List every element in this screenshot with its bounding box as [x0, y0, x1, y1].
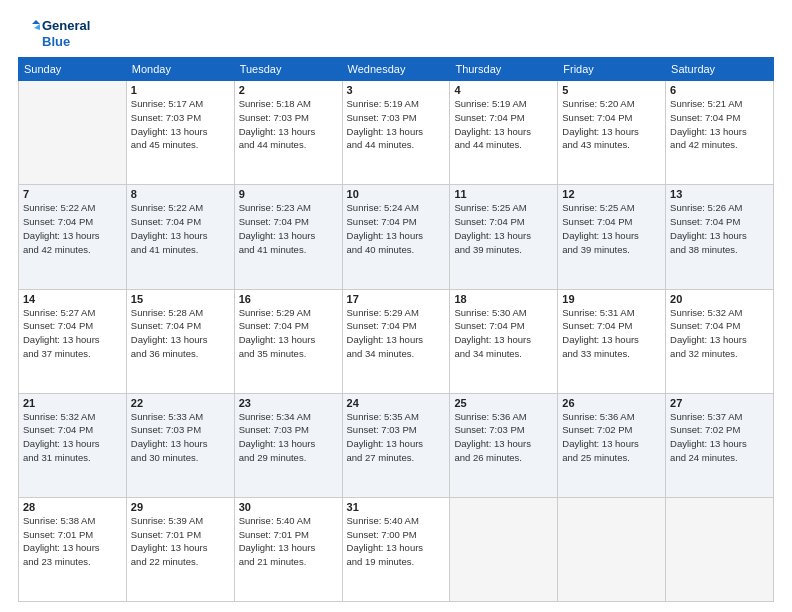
col-header-friday: Friday: [558, 58, 666, 81]
logo-bird-icon: [18, 20, 40, 48]
col-header-wednesday: Wednesday: [342, 58, 450, 81]
calendar-day: 7Sunrise: 5:22 AM Sunset: 7:04 PM Daylig…: [19, 185, 127, 289]
day-number: 26: [562, 397, 661, 409]
calendar-day: 3Sunrise: 5:19 AM Sunset: 7:03 PM Daylig…: [342, 81, 450, 185]
day-number: 10: [347, 188, 446, 200]
day-info: Sunrise: 5:26 AM Sunset: 7:04 PM Dayligh…: [670, 201, 769, 256]
svg-marker-0: [32, 20, 40, 24]
day-info: Sunrise: 5:19 AM Sunset: 7:04 PM Dayligh…: [454, 97, 553, 152]
calendar-day: 26Sunrise: 5:36 AM Sunset: 7:02 PM Dayli…: [558, 393, 666, 497]
calendar-day: 9Sunrise: 5:23 AM Sunset: 7:04 PM Daylig…: [234, 185, 342, 289]
calendar-day: 21Sunrise: 5:32 AM Sunset: 7:04 PM Dayli…: [19, 393, 127, 497]
day-number: 3: [347, 84, 446, 96]
day-number: 16: [239, 293, 338, 305]
day-number: 23: [239, 397, 338, 409]
logo: General Blue: [18, 18, 90, 49]
day-number: 13: [670, 188, 769, 200]
calendar-week-0: 1Sunrise: 5:17 AM Sunset: 7:03 PM Daylig…: [19, 81, 774, 185]
calendar-day: 11Sunrise: 5:25 AM Sunset: 7:04 PM Dayli…: [450, 185, 558, 289]
calendar-day: 17Sunrise: 5:29 AM Sunset: 7:04 PM Dayli…: [342, 289, 450, 393]
col-header-tuesday: Tuesday: [234, 58, 342, 81]
day-number: 29: [131, 501, 230, 513]
day-number: 14: [23, 293, 122, 305]
day-number: 22: [131, 397, 230, 409]
calendar-day: 13Sunrise: 5:26 AM Sunset: 7:04 PM Dayli…: [666, 185, 774, 289]
day-info: Sunrise: 5:30 AM Sunset: 7:04 PM Dayligh…: [454, 306, 553, 361]
day-number: 6: [670, 84, 769, 96]
day-info: Sunrise: 5:27 AM Sunset: 7:04 PM Dayligh…: [23, 306, 122, 361]
day-number: 12: [562, 188, 661, 200]
day-info: Sunrise: 5:24 AM Sunset: 7:04 PM Dayligh…: [347, 201, 446, 256]
calendar-day: 1Sunrise: 5:17 AM Sunset: 7:03 PM Daylig…: [126, 81, 234, 185]
calendar-day: 15Sunrise: 5:28 AM Sunset: 7:04 PM Dayli…: [126, 289, 234, 393]
day-number: 28: [23, 501, 122, 513]
day-number: 19: [562, 293, 661, 305]
day-number: 21: [23, 397, 122, 409]
day-number: 11: [454, 188, 553, 200]
day-info: Sunrise: 5:35 AM Sunset: 7:03 PM Dayligh…: [347, 410, 446, 465]
day-number: 30: [239, 501, 338, 513]
day-info: Sunrise: 5:33 AM Sunset: 7:03 PM Dayligh…: [131, 410, 230, 465]
calendar-day: 27Sunrise: 5:37 AM Sunset: 7:02 PM Dayli…: [666, 393, 774, 497]
calendar-day: 22Sunrise: 5:33 AM Sunset: 7:03 PM Dayli…: [126, 393, 234, 497]
day-info: Sunrise: 5:40 AM Sunset: 7:01 PM Dayligh…: [239, 514, 338, 569]
calendar-day: [450, 497, 558, 601]
day-info: Sunrise: 5:25 AM Sunset: 7:04 PM Dayligh…: [562, 201, 661, 256]
day-info: Sunrise: 5:23 AM Sunset: 7:04 PM Dayligh…: [239, 201, 338, 256]
day-info: Sunrise: 5:39 AM Sunset: 7:01 PM Dayligh…: [131, 514, 230, 569]
calendar-day: 31Sunrise: 5:40 AM Sunset: 7:00 PM Dayli…: [342, 497, 450, 601]
day-number: 18: [454, 293, 553, 305]
day-number: 4: [454, 84, 553, 96]
calendar-day: 5Sunrise: 5:20 AM Sunset: 7:04 PM Daylig…: [558, 81, 666, 185]
calendar-day: [19, 81, 127, 185]
day-number: 20: [670, 293, 769, 305]
calendar-day: [558, 497, 666, 601]
col-header-saturday: Saturday: [666, 58, 774, 81]
calendar-day: 6Sunrise: 5:21 AM Sunset: 7:04 PM Daylig…: [666, 81, 774, 185]
calendar-day: 12Sunrise: 5:25 AM Sunset: 7:04 PM Dayli…: [558, 185, 666, 289]
calendar-day: 29Sunrise: 5:39 AM Sunset: 7:01 PM Dayli…: [126, 497, 234, 601]
col-header-monday: Monday: [126, 58, 234, 81]
day-number: 15: [131, 293, 230, 305]
calendar-day: 18Sunrise: 5:30 AM Sunset: 7:04 PM Dayli…: [450, 289, 558, 393]
calendar-week-3: 21Sunrise: 5:32 AM Sunset: 7:04 PM Dayli…: [19, 393, 774, 497]
day-info: Sunrise: 5:28 AM Sunset: 7:04 PM Dayligh…: [131, 306, 230, 361]
calendar-day: 24Sunrise: 5:35 AM Sunset: 7:03 PM Dayli…: [342, 393, 450, 497]
day-info: Sunrise: 5:25 AM Sunset: 7:04 PM Dayligh…: [454, 201, 553, 256]
day-info: Sunrise: 5:17 AM Sunset: 7:03 PM Dayligh…: [131, 97, 230, 152]
day-number: 8: [131, 188, 230, 200]
calendar-day: 19Sunrise: 5:31 AM Sunset: 7:04 PM Dayli…: [558, 289, 666, 393]
day-info: Sunrise: 5:40 AM Sunset: 7:00 PM Dayligh…: [347, 514, 446, 569]
calendar-day: 8Sunrise: 5:22 AM Sunset: 7:04 PM Daylig…: [126, 185, 234, 289]
calendar-day: 2Sunrise: 5:18 AM Sunset: 7:03 PM Daylig…: [234, 81, 342, 185]
day-info: Sunrise: 5:37 AM Sunset: 7:02 PM Dayligh…: [670, 410, 769, 465]
col-header-thursday: Thursday: [450, 58, 558, 81]
day-number: 9: [239, 188, 338, 200]
day-number: 1: [131, 84, 230, 96]
day-info: Sunrise: 5:18 AM Sunset: 7:03 PM Dayligh…: [239, 97, 338, 152]
calendar-table: SundayMondayTuesdayWednesdayThursdayFrid…: [18, 57, 774, 602]
day-info: Sunrise: 5:22 AM Sunset: 7:04 PM Dayligh…: [23, 201, 122, 256]
day-info: Sunrise: 5:34 AM Sunset: 7:03 PM Dayligh…: [239, 410, 338, 465]
calendar-header-row: SundayMondayTuesdayWednesdayThursdayFrid…: [19, 58, 774, 81]
day-info: Sunrise: 5:29 AM Sunset: 7:04 PM Dayligh…: [239, 306, 338, 361]
day-number: 25: [454, 397, 553, 409]
day-info: Sunrise: 5:31 AM Sunset: 7:04 PM Dayligh…: [562, 306, 661, 361]
calendar-day: 16Sunrise: 5:29 AM Sunset: 7:04 PM Dayli…: [234, 289, 342, 393]
calendar-day: [666, 497, 774, 601]
day-info: Sunrise: 5:21 AM Sunset: 7:04 PM Dayligh…: [670, 97, 769, 152]
day-info: Sunrise: 5:20 AM Sunset: 7:04 PM Dayligh…: [562, 97, 661, 152]
day-info: Sunrise: 5:36 AM Sunset: 7:03 PM Dayligh…: [454, 410, 553, 465]
day-info: Sunrise: 5:32 AM Sunset: 7:04 PM Dayligh…: [670, 306, 769, 361]
calendar-day: 23Sunrise: 5:34 AM Sunset: 7:03 PM Dayli…: [234, 393, 342, 497]
day-info: Sunrise: 5:36 AM Sunset: 7:02 PM Dayligh…: [562, 410, 661, 465]
calendar-day: 14Sunrise: 5:27 AM Sunset: 7:04 PM Dayli…: [19, 289, 127, 393]
calendar-day: 4Sunrise: 5:19 AM Sunset: 7:04 PM Daylig…: [450, 81, 558, 185]
calendar-day: 25Sunrise: 5:36 AM Sunset: 7:03 PM Dayli…: [450, 393, 558, 497]
calendar-day: 20Sunrise: 5:32 AM Sunset: 7:04 PM Dayli…: [666, 289, 774, 393]
day-info: Sunrise: 5:32 AM Sunset: 7:04 PM Dayligh…: [23, 410, 122, 465]
day-number: 7: [23, 188, 122, 200]
logo-text: General Blue: [42, 18, 90, 49]
calendar-week-2: 14Sunrise: 5:27 AM Sunset: 7:04 PM Dayli…: [19, 289, 774, 393]
logo-container: General Blue: [18, 18, 90, 49]
